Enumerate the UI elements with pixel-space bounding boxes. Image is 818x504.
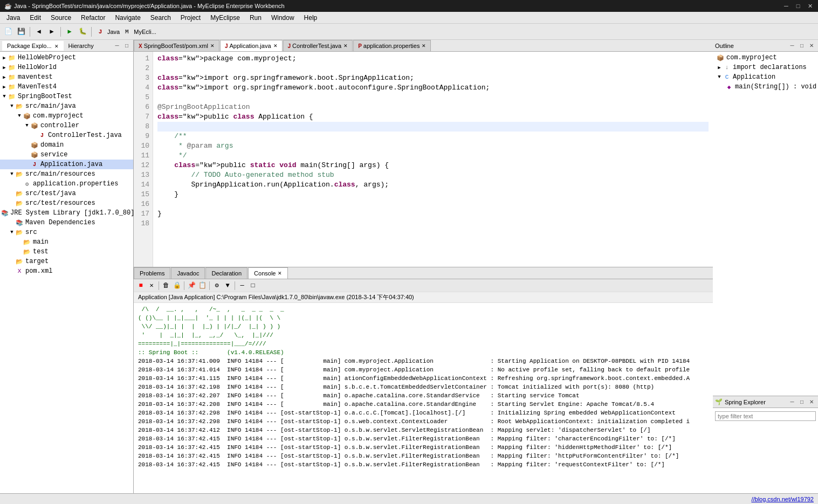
code-editor[interactable]: 123456789101112131415161718 class="kw">p… bbox=[134, 52, 713, 267]
tree-arrow-src-main-java[interactable]: ▼ bbox=[9, 103, 15, 109]
menu-item-run[interactable]: Run bbox=[245, 13, 266, 23]
console-settings[interactable]: ⚙ bbox=[212, 281, 222, 291]
menu-item-project[interactable]: Project bbox=[176, 13, 205, 23]
tree-item-src-main-java[interactable]: ▼📂src/main/java bbox=[0, 101, 133, 111]
outline-close[interactable]: ✕ bbox=[807, 42, 816, 50]
tree-item-src-main-resources[interactable]: ▼📂src/main/resources bbox=[0, 169, 133, 179]
editor-tab-close[interactable]: ✕ bbox=[343, 43, 348, 49]
minimize-button[interactable]: ─ bbox=[782, 2, 790, 10]
tree-item-service[interactable]: 📦service bbox=[0, 150, 133, 160]
tree-arrow-com-myproject[interactable]: ▼ bbox=[16, 113, 23, 119]
pin-console[interactable]: 📌 bbox=[187, 281, 196, 291]
bottom-tab-problems[interactable]: Problems bbox=[134, 267, 170, 279]
maximize-bottom[interactable]: □ bbox=[248, 281, 258, 291]
tree-item-maventest[interactable]: ▶📁maventest bbox=[0, 72, 133, 82]
outline-collapse[interactable]: ─ bbox=[788, 42, 796, 50]
tree-item-com-myproject[interactable]: ▼📦com.myproject bbox=[0, 111, 133, 121]
menu-item-myeclipse[interactable]: MyEclipse bbox=[206, 13, 244, 23]
title-bar-controls[interactable]: ─ □ ✕ bbox=[782, 2, 814, 10]
spring-close[interactable]: ✕ bbox=[807, 398, 816, 406]
menu-item-edit[interactable]: Edit bbox=[25, 13, 45, 23]
perspective-java[interactable]: J bbox=[94, 26, 106, 38]
maximize-button[interactable]: □ bbox=[794, 2, 802, 10]
bottom-tab-declaration[interactable]: Declaration bbox=[205, 267, 248, 279]
tree-arrow-MavenTest4[interactable]: ▶ bbox=[1, 84, 8, 90]
outline-item-imports[interactable]: ▶ ↓ import declarations bbox=[713, 63, 818, 72]
save-button[interactable]: 💾 bbox=[15, 26, 27, 38]
perspective-myeclipse[interactable]: M bbox=[121, 26, 133, 38]
editor-tab-springboottest-pom-xml[interactable]: XSpringBootTest/pom.xml✕ bbox=[134, 40, 219, 51]
tree-item-ControllerTest.java[interactable]: JControllerTest.java bbox=[0, 130, 133, 140]
tree-item-target[interactable]: 📂target bbox=[0, 257, 133, 266]
application-arrow[interactable]: ▼ bbox=[716, 74, 723, 80]
tree-arrow-HelloWebProject[interactable]: ▶ bbox=[1, 55, 8, 61]
tree-item-src[interactable]: ▼📂src bbox=[0, 227, 133, 237]
menu-item-window[interactable]: Window bbox=[267, 13, 299, 23]
tree-arrow-src[interactable]: ▼ bbox=[9, 230, 15, 235]
tab-hierarchy[interactable]: Hierarchy bbox=[64, 41, 99, 51]
tree-item-HelloWorld[interactable]: ▶📁HelloWorld bbox=[0, 63, 133, 72]
tree-arrow-HelloWorld[interactable]: ▶ bbox=[1, 65, 8, 71]
tree-item-Maven-Dependencies[interactable]: 📚Maven Dependencies bbox=[0, 218, 133, 227]
remove-launch[interactable]: ✕ bbox=[147, 281, 156, 291]
menu-item-java[interactable]: Java bbox=[2, 13, 24, 23]
spring-filter-input[interactable] bbox=[715, 411, 816, 421]
tree-item-pom.xml[interactable]: Xpom.xml bbox=[0, 266, 133, 276]
minimize-left-panel[interactable]: ─ bbox=[113, 42, 121, 50]
editor-tab-controllertest-java[interactable]: JControllerTest.java✕ bbox=[283, 40, 353, 51]
imports-arrow[interactable]: ▶ bbox=[716, 65, 723, 71]
tree-item-controller[interactable]: ▼📦controller bbox=[0, 121, 133, 130]
editor-tab-close[interactable]: ✕ bbox=[273, 43, 278, 49]
editor-tab-application-java[interactable]: JApplication.java✕ bbox=[220, 40, 283, 51]
close-package-explorer-tab[interactable]: ✕ bbox=[54, 44, 59, 49]
back-button[interactable]: ◀ bbox=[33, 26, 45, 38]
menu-item-navigate[interactable]: Navigate bbox=[111, 13, 145, 23]
scroll-lock[interactable]: 🔒 bbox=[172, 281, 182, 291]
tree-item-MavenTest4[interactable]: ▶📁MavenTest4 bbox=[0, 82, 133, 92]
tree-item-domain[interactable]: 📦domain bbox=[0, 140, 133, 150]
tree-item-src-test-resources[interactable]: 📂src/test/resources bbox=[0, 198, 133, 208]
console-view-menu[interactable]: ▼ bbox=[223, 281, 232, 291]
spring-collapse[interactable]: ─ bbox=[788, 398, 796, 406]
tree-item-SpringBootTest[interactable]: ▼📁SpringBootTest bbox=[0, 92, 133, 101]
tree-arrow-SpringBootTest[interactable]: ▼ bbox=[1, 94, 8, 99]
run-button[interactable]: ▶ bbox=[64, 26, 75, 38]
outline-item-package[interactable]: 📦 com.myproject bbox=[713, 53, 818, 63]
bottom-tab-console[interactable]: Console ✕ bbox=[248, 267, 288, 279]
tree-item-HelloWebProject[interactable]: ▶📁HelloWebProject bbox=[0, 53, 133, 63]
tree-arrow-src-main-resources[interactable]: ▼ bbox=[9, 171, 15, 177]
debug-button[interactable]: 🐛 bbox=[77, 26, 88, 38]
outline-item-main[interactable]: ◆ main(String[]) : void bbox=[713, 82, 818, 92]
editor-tab-close[interactable]: ✕ bbox=[210, 43, 215, 49]
spring-maximize[interactable]: □ bbox=[798, 398, 806, 406]
tree-item-Application.java[interactable]: JApplication.java bbox=[0, 160, 133, 169]
tree-arrow-controller[interactable]: ▼ bbox=[24, 123, 30, 128]
forward-button[interactable]: ▶ bbox=[46, 26, 58, 38]
tree-item-src-test-java[interactable]: 📂src/test/java bbox=[0, 189, 133, 198]
tree-item-main[interactable]: 📂main bbox=[0, 237, 133, 247]
outline-item-application[interactable]: ▼ C Application bbox=[713, 72, 818, 82]
bottom-tab-javadoc[interactable]: Javadoc bbox=[171, 267, 205, 279]
menu-item-refactor[interactable]: Refactor bbox=[77, 13, 109, 23]
minimize-bottom[interactable]: ─ bbox=[237, 281, 247, 291]
menu-item-search[interactable]: Search bbox=[146, 13, 175, 23]
close-console-tab[interactable]: ✕ bbox=[278, 271, 282, 276]
maximize-left-panel[interactable]: □ bbox=[122, 42, 131, 50]
code-content[interactable]: class="kw">package com.myproject; class=… bbox=[153, 52, 713, 267]
new-button[interactable]: 📄 bbox=[2, 26, 14, 38]
stop-button[interactable]: ■ bbox=[136, 281, 146, 291]
tab-package-explorer[interactable]: Package Explo... ✕ bbox=[2, 41, 64, 51]
open-console[interactable]: 📋 bbox=[197, 281, 207, 291]
tree-arrow-maventest[interactable]: ▶ bbox=[1, 74, 8, 80]
tree-item-JRE-System-Library[interactable]: 📚JRE System Library [jdk1.7.0_80] bbox=[0, 208, 133, 218]
console-content[interactable]: /\ / __. , , /~_ , _ _ _ _ _ ( ()\__ | |… bbox=[134, 303, 713, 493]
outline-maximize[interactable]: □ bbox=[798, 42, 806, 50]
menu-item-help[interactable]: Help bbox=[300, 13, 322, 23]
menu-item-source[interactable]: Source bbox=[46, 13, 75, 23]
editor-tab-close[interactable]: ✕ bbox=[422, 43, 426, 49]
editor-tab-application-properties[interactable]: Papplication.properties✕ bbox=[353, 40, 431, 51]
close-button[interactable]: ✕ bbox=[806, 2, 814, 10]
tree-item-application.properties[interactable]: ⚙application.properties bbox=[0, 179, 133, 189]
clear-console[interactable]: 🗑 bbox=[161, 281, 171, 291]
tree-item-test[interactable]: 📂test bbox=[0, 247, 133, 257]
